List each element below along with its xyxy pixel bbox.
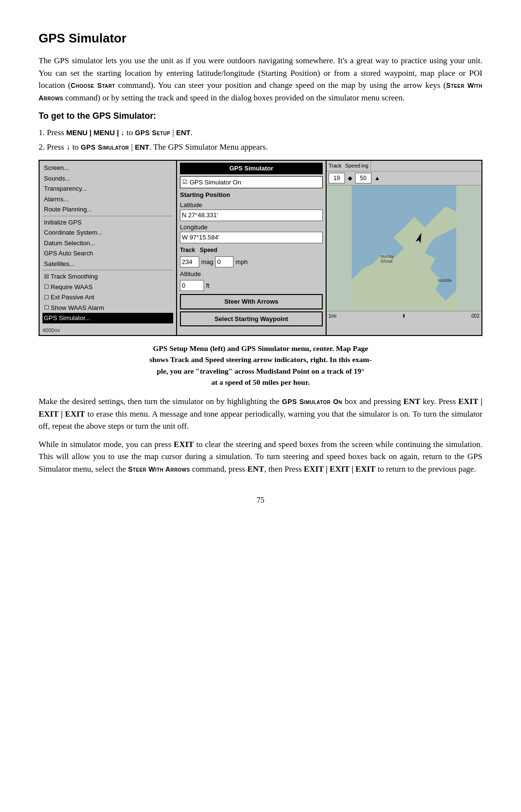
choose-start-cmd: Choose Start <box>71 81 115 90</box>
screenshot-caption: GPS Setup Menu (left) and GPS Simulator … <box>58 343 463 388</box>
map-scale-label: 1mi <box>329 312 336 320</box>
exit-cmd-2: EXIT <box>174 440 194 449</box>
map-speed-value[interactable]: 50 <box>355 173 371 183</box>
left-panel-footer: 4000mi <box>40 325 176 336</box>
checkbox-show-waas-alarm: ☐ <box>44 303 49 312</box>
menu-item-require-waas[interactable]: ☐ Require WAAS <box>42 282 173 293</box>
step2-dest: GPS Simulator <box>81 143 129 151</box>
page-title: GPS Simulator <box>39 29 482 48</box>
step2-ent: ENT <box>135 143 149 151</box>
svg-text:Middle: Middle <box>438 278 452 283</box>
menu-item-sounds[interactable]: Sounds... <box>42 173 173 184</box>
latitude-value[interactable]: N 27°48.331' <box>180 210 323 221</box>
track-speed-labels: Track Speed <box>180 246 323 254</box>
select-starting-waypoint-button[interactable]: Select Starting Waypoint <box>180 311 323 327</box>
map-track-speed-inputs: 19 ◆ 50 ▲ <box>327 171 481 185</box>
step1-ent: ENT <box>176 128 191 137</box>
steer-with-arrows-button[interactable]: Steer With Arrows <box>180 294 323 309</box>
map-track-arrow-icon: ◆ <box>348 174 352 182</box>
menu-item-show-waas-alarm[interactable]: ☐ Show WAAS Alarm <box>42 303 173 313</box>
exit-cmd-3: EXIT | EXIT | EXIT <box>304 464 376 474</box>
checkbox-track-smoothing-checked: ☒ <box>44 272 49 281</box>
mag-label: mag <box>201 257 213 267</box>
map-area: Muray Shoal Middle <box>327 185 481 311</box>
menu-item-alarms[interactable]: Alarms... <box>42 194 173 205</box>
screenshot-container: Screen... Sounds... Transparency... Alar… <box>39 160 482 336</box>
track-speed-row: 234 mag 0 mph <box>180 256 323 268</box>
simulator-on-row[interactable]: ☑ GPS Simulator On <box>180 176 323 189</box>
page-number: 75 <box>39 494 482 506</box>
ft-label: ft <box>206 281 209 291</box>
latitude-section: Latitude N 27°48.331' <box>180 200 323 221</box>
ext-passive-ant-label: Ext Passive Ant <box>51 293 94 302</box>
step-1: 1. Press MENU | MENU | ↓ to GPS Setup | … <box>39 126 482 139</box>
altitude-label-row: Altitude <box>180 269 323 279</box>
intro-text-2: command). You can steer your position an… <box>115 81 446 90</box>
menu-item-satellites[interactable]: Satellites... <box>42 259 173 269</box>
button-row: Steer With Arrows Select Starting Waypoi… <box>180 294 323 326</box>
require-waas-label: Require WAAS <box>51 282 93 292</box>
ent-cmd-1: ENT <box>403 397 420 406</box>
starting-position-label: Starting Position <box>180 190 323 200</box>
map-svg: Muray Shoal Middle <box>327 185 481 311</box>
center-panel: GPS Simulator ☑ GPS Simulator On Startin… <box>177 161 327 335</box>
menu-item-gps-auto-search[interactable]: GPS Auto Search <box>42 248 173 259</box>
right-panel: Track Speed ing 19 ◆ 50 ▲ Muray <box>327 161 481 335</box>
svg-text:Muray: Muray <box>381 253 394 258</box>
intro-text-3: command) or by setting the track and spe… <box>63 93 405 102</box>
left-panel: Screen... Sounds... Transparency... Alar… <box>40 161 177 335</box>
steps-container: 1. Press MENU | MENU | ↓ to GPS Setup | … <box>39 126 482 153</box>
speed-value[interactable]: 0 <box>215 256 233 268</box>
menu-item-transparency[interactable]: Transparency... <box>42 183 173 194</box>
track-value[interactable]: 234 <box>180 256 199 268</box>
menu-item-initialize-gps[interactable]: Initialize GPS <box>42 217 173 228</box>
speed-col-label: Speed <box>200 246 217 254</box>
longitude-label: Longitude <box>180 223 323 232</box>
simulator-on-check-icon: ☑ <box>182 178 188 186</box>
map-footer: 1mi ⬆ 002 <box>327 311 481 321</box>
svg-text:Shoal: Shoal <box>381 258 393 264</box>
step-2: 2. Press ↓ to GPS Simulator | ENT. The G… <box>39 141 482 154</box>
longitude-value[interactable]: W 97°15.584' <box>180 232 323 243</box>
map-compass-icon: ⬆ <box>402 312 406 320</box>
altitude-row: 0 ft <box>180 280 323 292</box>
show-waas-alarm-label: Show WAAS Alarm <box>51 303 104 313</box>
track-smoothing-label: Track Smoothing <box>51 272 98 281</box>
menu-item-ext-passive-ant[interactable]: ☐ Ext Passive Ant <box>42 292 173 303</box>
menu-item-route-planning[interactable]: Route Planning... <box>42 204 173 215</box>
menu-item-datum-selection[interactable]: Datum Selection... <box>42 238 173 249</box>
map-track-value[interactable]: 19 <box>329 173 345 183</box>
menu-item-coordinate-system[interactable]: Coordinate System... <box>42 227 173 238</box>
separator-2 <box>42 270 173 270</box>
menu-item-gps-simulator[interactable]: GPS Simulator... <box>42 313 173 323</box>
map-track-label: Track <box>329 162 342 170</box>
checkbox-ext-passive-ant: ☐ <box>44 293 49 302</box>
menu-item-track-smoothing[interactable]: ☒ Track Smoothing <box>42 271 173 282</box>
map-track-code: 002 <box>471 312 480 320</box>
steer-arrows-cmd-2: Steer With Arrows <box>128 464 190 474</box>
map-header-extra: ing <box>361 162 369 170</box>
track-col-label: Track <box>180 246 195 254</box>
altitude-label: Altitude <box>180 270 201 278</box>
longitude-section: Longitude W 97°15.584' <box>180 223 323 243</box>
left-menu-items: Screen... Sounds... Transparency... Alar… <box>40 161 176 325</box>
latitude-label: Latitude <box>180 200 323 210</box>
map-track-box: Track Speed ing <box>327 161 371 171</box>
step1-dest: GPS Setup <box>135 128 170 137</box>
checkbox-require-waas: ☐ <box>44 282 49 291</box>
center-panel-title: GPS Simulator <box>180 163 323 174</box>
altitude-value[interactable]: 0 <box>180 280 204 292</box>
map-speed-arrow-icon: ▲ <box>374 174 380 182</box>
mph-label: mph <box>235 257 247 267</box>
intro-paragraph: The GPS simulator lets you use the unit … <box>39 55 482 104</box>
body-paragraph-2: While in simulator mode, you can press E… <box>39 438 482 476</box>
step1-keys: MENU | MENU | ↓ <box>66 128 124 137</box>
gps-sim-on-cmd: GPS Simulator On <box>282 397 343 406</box>
body-paragraph-1: Make the desired settings, then turn the… <box>39 395 482 433</box>
ent-cmd-2: ENT <box>247 464 264 474</box>
menu-item-screen[interactable]: Screen... <box>42 163 173 173</box>
map-header: Track Speed ing <box>327 161 481 171</box>
subsection-heading: To get to the GPS Simulator: <box>39 110 482 123</box>
separator-1 <box>42 216 173 216</box>
simulator-on-label: GPS Simulator On <box>190 178 241 187</box>
